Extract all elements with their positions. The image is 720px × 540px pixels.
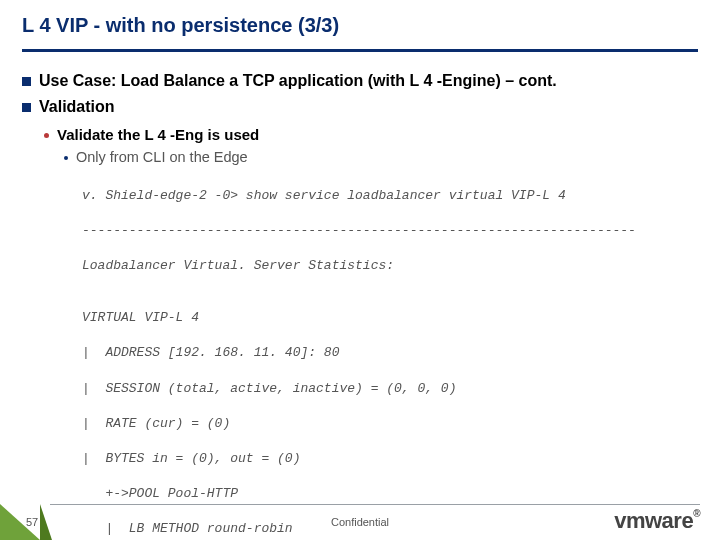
footer-divider xyxy=(50,504,700,505)
code-line: | RATE (cur) = (0) xyxy=(82,415,698,433)
code-line: | ADDRESS [192. 168. 11. 40]: 80 xyxy=(82,344,698,362)
code-line: ----------------------------------------… xyxy=(82,222,698,240)
bullet-use-case: Use Case: Load Balance a TCP application… xyxy=(39,72,557,90)
bullet-lvl1: Validation xyxy=(22,98,698,116)
bullet-lvl3: Only from CLI on the Edge xyxy=(64,149,698,165)
footer-decoration-accent-icon xyxy=(40,504,52,540)
code-line: | SESSION (total, active, inactive) = (0… xyxy=(82,380,698,398)
bullet-cli-edge: Only from CLI on the Edge xyxy=(76,149,248,165)
bullet-validate-l4: Validate the L 4 -Eng is used xyxy=(57,126,259,143)
code-line: | BYTES in = (0), out = (0) xyxy=(82,450,698,468)
code-block: v. Shield-edge-2 -0> show service loadba… xyxy=(82,169,698,540)
page-title: L 4 VIP - with no persistence (3/3) xyxy=(22,14,698,37)
registered-icon: ® xyxy=(693,508,700,519)
logo-text: vmware xyxy=(614,508,693,533)
page-number: 57 xyxy=(26,516,38,528)
code-line: v. Shield-edge-2 -0> show service loadba… xyxy=(82,187,698,205)
footer: 57 Confidential vmware® xyxy=(0,504,720,540)
bullet-lvl2: Validate the L 4 -Eng is used xyxy=(44,126,698,143)
square-bullet-icon xyxy=(22,77,31,86)
title-area: L 4 VIP - with no persistence (3/3) xyxy=(0,0,720,43)
slide: L 4 VIP - with no persistence (3/3) Use … xyxy=(0,0,720,540)
confidential-label: Confidential xyxy=(331,516,389,528)
bullet-validation: Validation xyxy=(39,98,115,116)
square-bullet-icon xyxy=(22,103,31,112)
code-line: +->POOL Pool-HTTP xyxy=(82,485,698,503)
code-line: VIRTUAL VIP-L 4 xyxy=(82,309,698,327)
vmware-logo: vmware® xyxy=(614,508,700,534)
small-dot-icon xyxy=(64,156,68,160)
code-line: Loadbalancer Virtual. Server Statistics: xyxy=(82,257,698,275)
bullet-lvl1: Use Case: Load Balance a TCP application… xyxy=(22,72,698,90)
dot-bullet-icon xyxy=(44,133,49,138)
content-area: Use Case: Load Balance a TCP application… xyxy=(0,52,720,540)
